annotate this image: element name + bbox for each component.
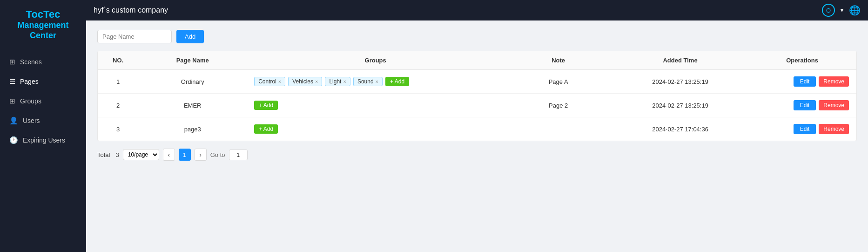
- row-3-operations: Edit Remove: [748, 117, 856, 141]
- tag-control: Control ×: [254, 77, 285, 86]
- row-1-page-name: Ordinary: [138, 70, 247, 94]
- sidebar-item-users[interactable]: 👤 Users: [0, 111, 86, 130]
- next-page-button[interactable]: ›: [195, 149, 207, 161]
- row-2-operations: Edit Remove: [748, 94, 856, 117]
- row-3-note: [504, 117, 612, 141]
- row-2-add-group-button[interactable]: + Add: [254, 101, 278, 110]
- row-3-add-group-button[interactable]: + Add: [254, 124, 278, 134]
- row-2-note: Page 2: [504, 94, 612, 117]
- row-3-edit-button[interactable]: Edit: [794, 124, 816, 134]
- main: hyf`s custom company O ▾ 🌐 Add NO. Page …: [86, 0, 868, 252]
- tag-close-control[interactable]: ×: [278, 79, 281, 84]
- brand-name: TocTec: [6, 8, 81, 20]
- table-header: NO. Page Name Groups Note Added Time Ope…: [98, 51, 856, 70]
- sidebar-label-pages: Pages: [20, 78, 39, 85]
- sidebar-label-users: Users: [23, 117, 40, 124]
- row-2-edit-button[interactable]: Edit: [794, 100, 816, 110]
- expiring-users-icon: 🕐: [9, 136, 18, 144]
- users-icon: 👤: [9, 116, 18, 125]
- row-1-add-group-button[interactable]: + Add: [385, 77, 409, 86]
- row-1-added-time: 2024-02-27 13:25:19: [612, 70, 748, 94]
- brand: TocTec Management Center: [0, 0, 86, 48]
- table-row: 1 Ordinary Control × Vehicles × Light × …: [98, 70, 856, 94]
- pages-icon: ☰: [9, 77, 15, 86]
- row-1-no: 1: [98, 70, 138, 94]
- topbar: hyf`s custom company O ▾ 🌐: [86, 0, 868, 20]
- row-2-no: 2: [98, 94, 138, 117]
- row-3-page-name: page3: [138, 117, 247, 141]
- row-3-groups: + Add: [247, 117, 504, 141]
- col-header-time: Added Time: [612, 51, 748, 70]
- row-1-groups: Control × Vehicles × Light × Sound × + A…: [247, 70, 504, 94]
- goto-label: Go to: [210, 151, 225, 158]
- row-1-remove-button[interactable]: Remove: [819, 76, 849, 87]
- topbar-icons: O ▾ 🌐: [822, 4, 861, 17]
- globe-icon[interactable]: 🌐: [849, 5, 861, 16]
- scenes-icon: ⊞: [9, 58, 15, 66]
- row-3-remove-button[interactable]: Remove: [819, 124, 849, 134]
- row-2-page-name: EMER: [138, 94, 247, 117]
- add-button[interactable]: Add: [176, 30, 204, 43]
- table-row: 2 EMER + Add Page 2 2024-02-27 13:25:19 …: [98, 94, 856, 117]
- row-1-note: Page A: [504, 70, 612, 94]
- col-header-ops: Operations: [748, 51, 856, 70]
- col-header-name: Page Name: [138, 51, 247, 70]
- col-header-no: NO.: [98, 51, 138, 70]
- row-2-groups: + Add: [247, 94, 504, 117]
- goto-input[interactable]: [229, 150, 248, 160]
- tag-close-light[interactable]: ×: [343, 79, 346, 84]
- sidebar-nav: ⊞ Scenes ☰ Pages ⊞ Groups 👤 Users 🕐 Expi…: [0, 48, 86, 150]
- row-3-no: 3: [98, 117, 138, 141]
- tag-vehicles: Vehicles ×: [288, 77, 322, 86]
- page-size-select[interactable]: 10/page 20/page 50/page: [123, 149, 159, 160]
- sidebar-item-expiring-users[interactable]: 🕐 Expiring Users: [0, 130, 86, 150]
- tag-close-vehicles[interactable]: ×: [315, 79, 318, 84]
- current-page-button[interactable]: 1: [179, 149, 191, 161]
- tag-close-sound[interactable]: ×: [376, 79, 378, 84]
- sidebar-item-scenes[interactable]: ⊞ Scenes: [0, 52, 86, 72]
- sidebar-label-expiring-users: Expiring Users: [23, 136, 65, 144]
- chevron-down-icon[interactable]: ▾: [841, 7, 843, 14]
- row-2-remove-button[interactable]: Remove: [819, 100, 849, 110]
- col-header-note: Note: [504, 51, 612, 70]
- sidebar-label-groups: Groups: [20, 97, 41, 105]
- page-content: Add NO. Page Name Groups Note Added Time…: [86, 20, 868, 252]
- row-1-edit-button[interactable]: Edit: [794, 76, 816, 87]
- col-header-groups: Groups: [247, 51, 504, 70]
- tag-sound: Sound ×: [353, 77, 383, 86]
- sidebar: TocTec Management Center ⊞ Scenes ☰ Page…: [0, 0, 86, 252]
- sidebar-label-scenes: Scenes: [20, 58, 42, 66]
- page-name-input[interactable]: [97, 30, 172, 43]
- total-count: 3: [115, 151, 119, 158]
- pagination: Total 3 10/page 20/page 50/page ‹ 1 › Go…: [97, 149, 857, 161]
- row-1-operations: Edit Remove: [748, 70, 856, 94]
- sidebar-item-pages[interactable]: ☰ Pages: [0, 72, 86, 91]
- table-row: 3 page3 + Add 2024-02-27 17:04:36 Edit: [98, 117, 856, 141]
- prev-page-button[interactable]: ‹: [163, 149, 175, 161]
- user-avatar-icon[interactable]: O: [822, 4, 835, 17]
- tag-light: Light ×: [325, 77, 350, 86]
- company-title: hyf`s custom company: [94, 6, 168, 14]
- total-label: Total: [97, 151, 110, 158]
- groups-icon: ⊞: [9, 97, 15, 105]
- toolbar: Add: [97, 30, 857, 43]
- sidebar-item-groups[interactable]: ⊞ Groups: [0, 91, 86, 111]
- row-2-added-time: 2024-02-27 13:25:19: [612, 94, 748, 117]
- row-3-added-time: 2024-02-27 17:04:36: [612, 117, 748, 141]
- pages-table: NO. Page Name Groups Note Added Time Ope…: [97, 51, 857, 141]
